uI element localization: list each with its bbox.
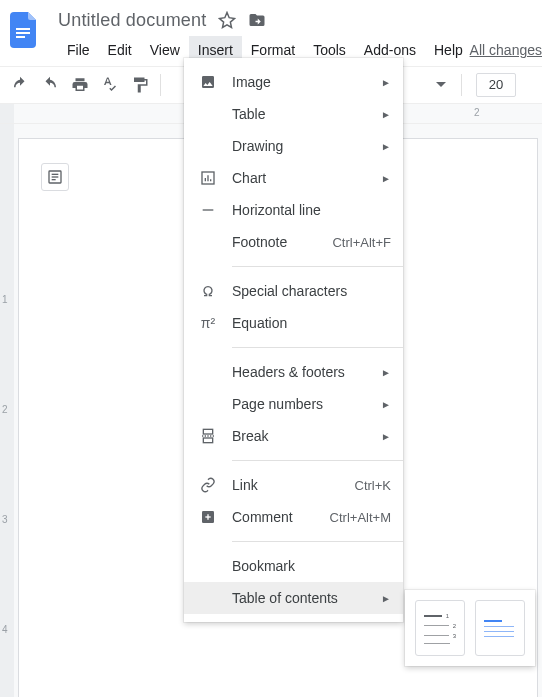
submenu-arrow-icon: ► xyxy=(381,593,391,604)
toolbar-separator xyxy=(160,74,161,96)
menu-item-page-numbers[interactable]: Page numbers ► xyxy=(184,388,403,420)
menu-separator xyxy=(232,347,403,348)
star-icon[interactable] xyxy=(218,11,236,29)
shortcut-label: Ctrl+Alt+F xyxy=(332,235,391,250)
menu-separator xyxy=(232,460,403,461)
link-icon xyxy=(198,477,218,493)
page-break-icon xyxy=(198,428,218,444)
submenu-arrow-icon: ► xyxy=(381,399,391,410)
document-title[interactable]: Untitled document xyxy=(58,10,206,31)
menu-item-horizontal-line[interactable]: Horizontal line xyxy=(184,194,403,226)
shortcut-label: Ctrl+K xyxy=(355,478,391,493)
svg-rect-2 xyxy=(16,36,25,38)
font-size-input[interactable]: 20 xyxy=(476,73,516,97)
menu-item-table[interactable]: Table ► xyxy=(184,98,403,130)
svg-rect-1 xyxy=(16,32,30,34)
omega-icon xyxy=(198,283,218,299)
submenu-arrow-icon: ► xyxy=(381,367,391,378)
toc-option-with-page-numbers[interactable]: 1 2 3 xyxy=(415,600,465,656)
menu-item-chart[interactable]: Chart ► xyxy=(184,162,403,194)
menu-item-image[interactable]: Image ► xyxy=(184,66,403,98)
menu-item-bookmark[interactable]: Bookmark xyxy=(184,550,403,582)
submenu-arrow-icon: ► xyxy=(381,109,391,120)
submenu-arrow-icon: ► xyxy=(381,77,391,88)
image-icon xyxy=(198,74,218,90)
menu-view[interactable]: View xyxy=(141,36,189,64)
comment-icon xyxy=(198,509,218,525)
pi-icon: π² xyxy=(198,315,218,331)
toolbar-separator xyxy=(461,74,462,96)
svg-rect-13 xyxy=(203,438,212,443)
header-center: Untitled document File Edit View Insert … xyxy=(58,8,472,64)
horizontal-line-icon xyxy=(198,202,218,218)
menu-separator xyxy=(232,266,403,267)
menu-item-break[interactable]: Break ► xyxy=(184,420,403,452)
redo-button[interactable] xyxy=(36,71,64,99)
app-header: Untitled document File Edit View Insert … xyxy=(0,0,542,64)
insert-menu-dropdown: Image ► Table ► Drawing ► Chart ► Horizo… xyxy=(184,58,403,622)
ruler-mark: 2 xyxy=(474,107,480,118)
menu-edit[interactable]: Edit xyxy=(99,36,141,64)
spellcheck-button[interactable] xyxy=(96,71,124,99)
menu-item-special-characters[interactable]: Special characters xyxy=(184,275,403,307)
menu-item-drawing[interactable]: Drawing ► xyxy=(184,130,403,162)
paint-format-button[interactable] xyxy=(126,71,154,99)
vertical-ruler[interactable]: 1 2 3 4 xyxy=(0,124,14,697)
menu-item-headers-footers[interactable]: Headers & footers ► xyxy=(184,356,403,388)
ruler-mark: 1 xyxy=(2,294,8,305)
ruler-mark: 3 xyxy=(2,514,8,525)
menu-item-comment[interactable]: Comment Ctrl+Alt+M xyxy=(184,501,403,533)
docs-logo[interactable] xyxy=(6,12,42,48)
ruler-mark: 2 xyxy=(2,404,8,415)
font-family-dropdown[interactable] xyxy=(427,71,455,99)
toc-option-with-blue-links[interactable] xyxy=(475,600,525,656)
menu-item-link[interactable]: Link Ctrl+K xyxy=(184,469,403,501)
menu-file[interactable]: File xyxy=(58,36,99,64)
chart-icon xyxy=(198,170,218,186)
ruler-mark: 4 xyxy=(2,624,8,635)
submenu-arrow-icon: ► xyxy=(381,431,391,442)
menu-separator xyxy=(232,541,403,542)
svg-rect-0 xyxy=(16,28,30,30)
menu-item-footnote[interactable]: Footnote Ctrl+Alt+F xyxy=(184,226,403,258)
shortcut-label: Ctrl+Alt+M xyxy=(330,510,391,525)
all-changes-saved-link[interactable]: All changes xyxy=(470,36,542,64)
toc-submenu: 1 2 3 xyxy=(405,590,535,666)
menu-item-table-of-contents[interactable]: Table of contents ► xyxy=(184,582,403,614)
move-icon[interactable] xyxy=(248,11,266,29)
document-outline-button[interactable] xyxy=(41,163,69,191)
submenu-arrow-icon: ► xyxy=(381,173,391,184)
svg-rect-12 xyxy=(203,429,212,434)
print-button[interactable] xyxy=(66,71,94,99)
menu-item-equation[interactable]: π² Equation xyxy=(184,307,403,339)
menu-help[interactable]: Help xyxy=(425,36,472,64)
submenu-arrow-icon: ► xyxy=(381,141,391,152)
undo-button[interactable] xyxy=(6,71,34,99)
